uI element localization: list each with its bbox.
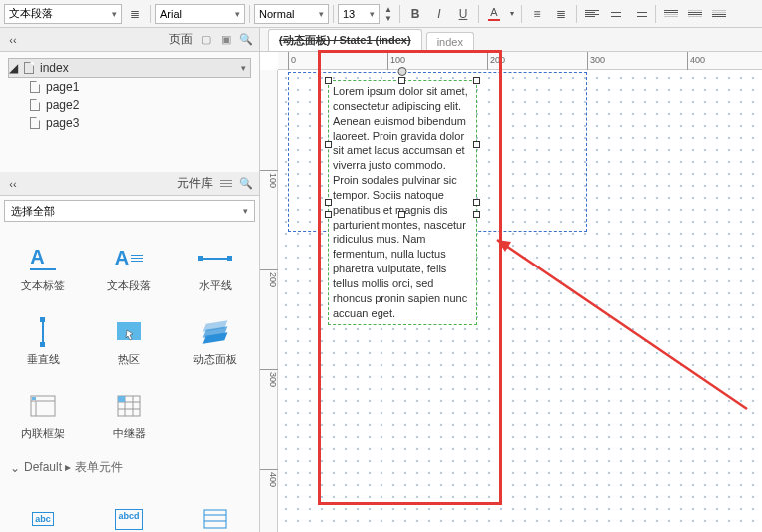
page-item-page2[interactable]: page2	[8, 96, 251, 114]
widget-repeater[interactable]: 中继器	[86, 379, 172, 453]
italic-button[interactable]: I	[428, 4, 450, 24]
svg-rect-11	[204, 510, 226, 528]
ruler-tick: 200	[487, 52, 505, 70]
text-color-dropdown-icon[interactable]: ▾	[507, 4, 517, 24]
page-label: page2	[46, 98, 79, 112]
page-label: index	[40, 61, 69, 75]
svg-marker-15	[497, 240, 511, 252]
menu-icon[interactable]	[219, 177, 233, 191]
widget-text-label[interactable]: A_文本标签	[0, 232, 86, 305]
align-center-button[interactable]	[605, 4, 627, 24]
size-up-icon[interactable]: ▲▼	[381, 4, 395, 24]
handle-n[interactable]	[398, 77, 405, 84]
rotation-handle[interactable]	[398, 67, 407, 76]
category-label: Default ▸ 表单元件	[24, 459, 123, 476]
widget-iframe[interactable]: 内联框架	[0, 379, 86, 453]
font-select[interactable]: Arial	[155, 4, 245, 24]
bold-button[interactable]: B	[404, 4, 426, 24]
handle-sw[interactable]	[325, 211, 332, 218]
add-page-icon[interactable]: ▢	[199, 33, 213, 47]
tab-active[interactable]: (动态面板) / State1 (index)	[268, 29, 422, 51]
widget-textfield[interactable]: abc	[0, 482, 86, 532]
handle-w2[interactable]	[325, 141, 332, 148]
widget-label: 动态面板	[193, 352, 237, 367]
library-panel-header: ‹‹ 元件库 🔍	[0, 172, 259, 196]
ruler-tick: 300	[260, 369, 278, 387]
widget-text-paragraph[interactable]: A文本段落	[86, 232, 172, 305]
collapse-icon[interactable]: ‹‹	[6, 177, 20, 191]
text-paragraph-element[interactable]: Lorem ipsum dolor sit amet, consectetur …	[328, 80, 477, 325]
category-header[interactable]: ⌄Default ▸ 表单元件	[0, 453, 259, 482]
chevron-down-icon: ⌄	[10, 461, 20, 475]
library-select[interactable]: 选择全部	[4, 200, 255, 222]
svg-rect-10	[118, 396, 125, 402]
page-icon	[24, 62, 34, 74]
handle-e2[interactable]	[473, 141, 480, 148]
top-toolbar: 文本段落 ≣ Arial Normal 13 ▲▼ B I U A ▾ ≡ ≣	[0, 0, 762, 28]
handle-nw[interactable]	[325, 77, 332, 84]
widget-empty	[172, 379, 258, 453]
search-pages-icon[interactable]: 🔍	[239, 33, 253, 47]
align-left-button[interactable]	[581, 4, 603, 24]
handle-ne[interactable]	[473, 77, 480, 84]
library-panel-title: 元件库	[20, 175, 219, 192]
widget-dynamic-panel[interactable]: 动态面板	[172, 305, 258, 379]
style-select[interactable]: 文本段落	[4, 4, 122, 24]
canvas-stage[interactable]: Lorem ipsum dolor sit amet, consectetur …	[278, 70, 762, 532]
widget-label: 热区	[118, 352, 140, 367]
widget-vertical-line[interactable]: 垂直线	[0, 305, 86, 379]
ruler-tick: 400	[260, 469, 278, 487]
page-icon	[30, 81, 40, 93]
add-folder-icon[interactable]: ▣	[219, 33, 233, 47]
font-weight-select[interactable]: Normal	[254, 4, 329, 24]
valign-bottom-button[interactable]	[708, 4, 730, 24]
pages-panel-title: 页面	[20, 31, 199, 48]
ruler-tick: 200	[260, 269, 278, 287]
underline-button[interactable]: U	[452, 4, 474, 24]
text-content[interactable]: Lorem ipsum dolor sit amet, consectetur …	[329, 81, 476, 324]
ruler-vertical: 100 200 300 400	[260, 70, 278, 532]
font-size-select[interactable]: 13	[338, 4, 380, 24]
widget-label: 中继器	[113, 426, 146, 441]
widget-textarea[interactable]: abcd	[86, 482, 172, 532]
align-right-button[interactable]	[629, 4, 651, 24]
widget-label: 内联框架	[21, 426, 65, 441]
svg-rect-4	[32, 397, 36, 400]
handle-e[interactable]	[473, 199, 480, 206]
ruler-horizontal: 0 100 200 300 400	[278, 52, 762, 70]
widget-horizontal-line[interactable]: 水平线	[172, 232, 258, 305]
unknown-tool-icon[interactable]: ≣	[124, 4, 146, 24]
handle-se[interactable]	[473, 211, 480, 218]
text-color-button[interactable]: A	[483, 4, 505, 24]
ruler-tick: 100	[260, 170, 278, 188]
collapse-icon[interactable]: ‹‹	[6, 33, 20, 47]
valign-middle-button[interactable]	[684, 4, 706, 24]
page-label: page1	[46, 80, 79, 94]
widget-label: 垂直线	[27, 352, 60, 367]
widget-hotspot[interactable]: 热区	[86, 305, 172, 379]
widget-list: A_文本标签 A文本段落 水平线 垂直线 热区 动态面板 内联框架 中继器 ⌄D…	[0, 226, 259, 532]
handle-w[interactable]	[325, 199, 332, 206]
search-library-icon[interactable]: 🔍	[239, 177, 253, 191]
page-item-page1[interactable]: page1	[8, 78, 251, 96]
left-sidebar: ‹‹ 页面 ▢ ▣ 🔍 ◢index page1 page2 page3 ‹‹ …	[0, 28, 260, 532]
bullet-list-button[interactable]: ≡	[526, 4, 548, 24]
tab-index[interactable]: index	[426, 32, 474, 51]
page-item-index[interactable]: ◢index	[8, 58, 251, 78]
annotation-arrow	[477, 220, 757, 419]
pages-panel-header: ‹‹ 页面 ▢ ▣ 🔍	[0, 28, 259, 52]
page-item-page3[interactable]: page3	[8, 114, 251, 132]
expander-icon[interactable]: ◢	[9, 61, 18, 75]
ruler-tick: 300	[587, 52, 605, 70]
widget-label: 水平线	[199, 278, 232, 293]
page-tree: ◢index page1 page2 page3	[0, 52, 259, 172]
tab-bar: (动态面板) / State1 (index) index	[260, 28, 762, 52]
widget-label: 文本标签	[21, 278, 65, 293]
widget-table[interactable]	[172, 482, 258, 532]
page-label: page3	[46, 116, 79, 130]
valign-top-button[interactable]	[660, 4, 682, 24]
widget-label: 文本段落	[107, 278, 151, 293]
number-list-button[interactable]: ≣	[550, 4, 572, 24]
page-icon	[30, 117, 40, 129]
handle-s[interactable]	[398, 211, 405, 218]
